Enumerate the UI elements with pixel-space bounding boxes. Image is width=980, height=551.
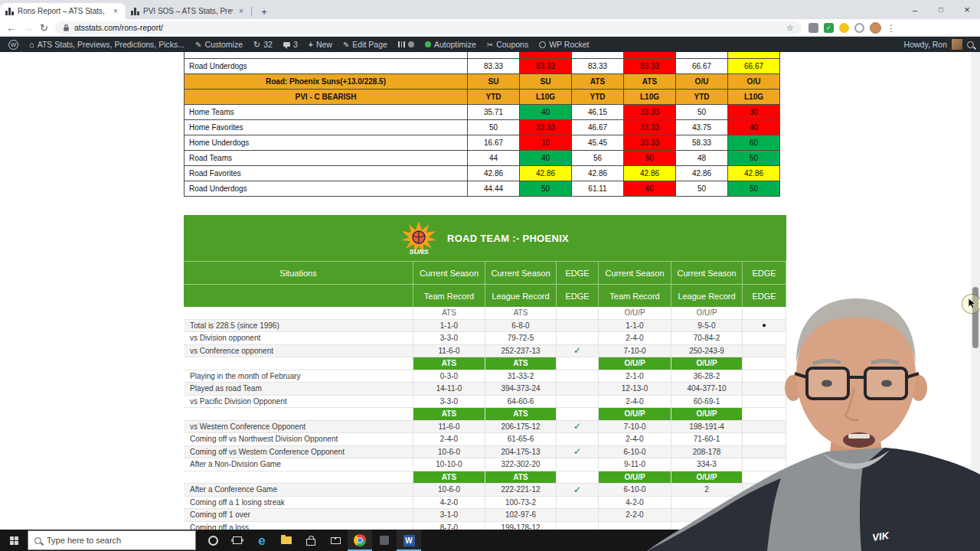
profile-avatar[interactable] [870,22,881,34]
situation-label: vs Pacific Division Opponent [184,396,413,409]
record-cell [671,509,743,522]
stats-menu[interactable] [393,37,420,52]
close-tab-icon[interactable] [111,7,120,16]
chrome-button[interactable] [348,530,372,551]
howdy-label[interactable]: Howdy, Ron [904,40,947,49]
extension-coupon-icon[interactable] [839,23,849,33]
record-cell [557,497,599,510]
record-cell [671,497,743,510]
record-cell: 3-3-0 [413,396,485,409]
stat-cell: 33.33 [624,105,676,120]
tab-rons-report[interactable]: Rons Report – ATS Stats, Previe [0,3,126,19]
back-icon[interactable] [6,23,16,33]
browser-window: Rons Report – ATS Stats, Previe PVI SOS … [0,0,980,551]
updates-menu[interactable]: 32 [248,37,278,52]
app-button[interactable] [372,530,397,551]
record-cell: ATS [413,357,485,370]
stat-cell: 50 [676,105,728,120]
forward-icon[interactable] [23,23,33,33]
file-explorer-button[interactable] [274,530,299,551]
new-tab-button[interactable] [255,4,273,19]
user-avatar[interactable] [952,39,962,50]
record-cell: 2 [671,484,743,497]
table-row: After a Non-Division Game10-10-0322-302-… [184,458,786,471]
home-icon [29,40,34,49]
record-cell: 9-11-0 [599,458,671,471]
app-icon [380,536,389,545]
record-cell [743,433,786,446]
team-table-body: ATSATSO/U/PO/U/PTotal is 228.5 (since 19… [184,307,786,530]
task-view-button[interactable] [225,530,250,551]
record-cell: 10-6-0 [413,484,485,497]
stat-cell: 40 [520,105,572,120]
record-cell: 198-191-4 [671,421,743,434]
record-cell: 61-65-6 [485,433,557,446]
edit-page-menu[interactable]: Edit Page [338,37,393,52]
store-button[interactable] [299,530,323,551]
table-row: Played as road Team14-11-0394-373-2412-1… [184,383,786,396]
stat-cell [520,52,572,59]
situation-label: Playing in the month of February [184,370,413,383]
start-button[interactable] [0,530,28,551]
search-icon[interactable] [967,41,974,48]
wp-logo-menu[interactable] [3,37,24,52]
maximize-button[interactable] [928,0,954,19]
customize-menu[interactable]: Customize [190,37,248,52]
stat-cell: 44 [468,151,520,166]
stat-cell: 43.75 [676,120,728,135]
new-content-menu[interactable]: New [303,37,338,52]
close-window-button[interactable] [954,0,980,19]
stat-cell: 42.86 [676,166,728,181]
record-cell: O/U/P [599,307,671,320]
taskbar-search-box[interactable]: Type here to search [28,530,196,550]
word-icon [403,535,415,546]
situation-label: Coming off a 1 losing streak [184,497,413,510]
tab-pvi-sos[interactable]: PVI SOS – ATS Stats, Previews, P [126,3,251,19]
record-cell [557,522,599,530]
record-cell: 3-1-0 [413,509,485,522]
extension-icon[interactable] [808,23,818,33]
wp-rocket-menu[interactable]: WP Rocket [534,37,594,52]
column-header: Current Season [413,261,485,284]
wp-rocket-label: WP Rocket [549,40,589,49]
url-field[interactable]: atsstats.com/rons-report/ [55,21,802,34]
record-cell: ✓ [557,446,599,459]
stat-cell: YTD [468,90,520,105]
record-cell: 6-10-0 [599,446,671,459]
cortana-button[interactable] [201,530,225,551]
minimize-button[interactable] [902,0,928,19]
record-cell: ✓ [557,345,599,358]
stat-cell: 44.44 [468,181,520,197]
extension-ring-icon[interactable] [854,23,864,33]
search-placeholder: Type here to search [47,536,121,545]
stat-cell: L10G [728,90,780,105]
tab-separator [251,7,252,16]
mail-button[interactable] [323,530,348,551]
situation-label: Coming off a loss [184,522,413,530]
column-header: EDGE [557,261,599,284]
extension-check-icon[interactable] [824,23,834,33]
record-cell: 70-84-2 [671,332,743,345]
close-tab-icon[interactable] [237,7,246,16]
word-button[interactable] [397,530,421,551]
bookmark-star-icon[interactable] [786,23,794,33]
autoptimize-menu[interactable]: Autoptimize [420,37,482,52]
refresh-icon[interactable] [40,23,48,33]
wp-rocket-icon [539,41,546,48]
row-label: Home Teams [185,105,468,120]
comments-menu[interactable]: 3 [278,37,303,52]
page-scrollbar[interactable] [971,52,980,530]
coupons-menu[interactable]: Coupons [482,37,534,52]
record-cell: 250-243-9 [671,345,743,358]
site-name-menu[interactable]: ATS Stats, Previews, Predictions, Picks.… [24,37,190,52]
edge-button[interactable] [250,530,274,551]
situation-label: After a Non-Division Game [184,458,413,471]
table-row: PVI - C BEARISHYTDL10GYTDL10GYTDL10G [185,90,781,105]
record-cell: 6-10-0 [599,484,671,497]
table-row: Home Favorites5033.3346.6733.3343.7540 [185,120,781,135]
store-bag-icon [306,539,315,546]
record-cell: O/U/P [671,307,743,320]
record-cell: 252-237-13 [485,345,557,358]
stat-cell: 45.45 [572,135,624,151]
browser-menu-icon[interactable] [887,23,896,33]
